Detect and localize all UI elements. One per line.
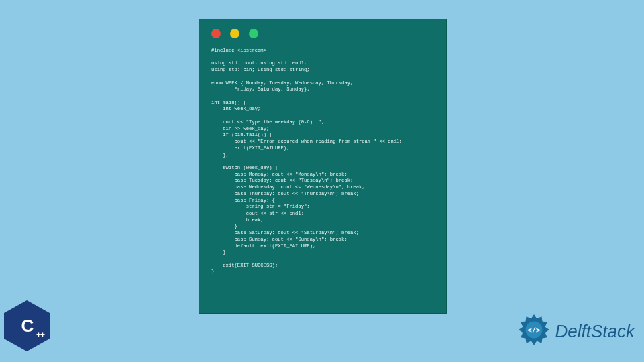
brand-logo: </> DelftStack — [517, 314, 635, 349]
code-window: #include <iostream> using std::cout; usi… — [199, 19, 447, 314]
minimize-icon — [230, 29, 239, 38]
cpp-letter: C — [21, 316, 33, 337]
svg-text:</>: </> — [527, 326, 540, 334]
maximize-icon — [249, 29, 258, 38]
code-content: #include <iostream> using std::cout; usi… — [199, 44, 446, 284]
cpp-logo: C ++ — [4, 300, 52, 353]
window-traffic-lights — [199, 19, 446, 44]
cpp-plus: ++ — [36, 330, 44, 339]
hexagon-icon: C ++ — [4, 300, 50, 351]
close-icon — [211, 29, 221, 38]
gear-icon: </> — [517, 314, 551, 349]
brand-name: DelftStack — [555, 321, 635, 342]
